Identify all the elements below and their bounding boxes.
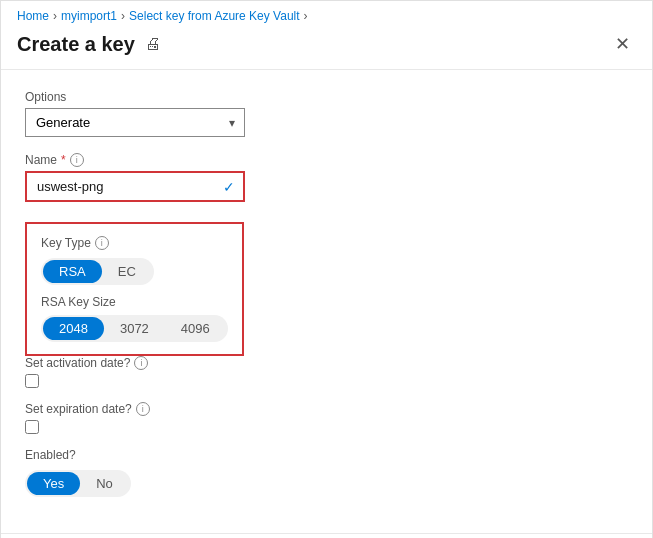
breadcrumb-select-key[interactable]: Select key from Azure Key Vault <box>129 9 300 23</box>
options-label: Options <box>25 90 628 104</box>
dialog-header: Create a key 🖨 ✕ <box>1 27 652 70</box>
enabled-no-button[interactable]: No <box>80 472 129 495</box>
breadcrumb-sep-2: › <box>121 9 125 23</box>
name-input-wrapper: ✓ <box>25 171 245 202</box>
key-type-ec-button[interactable]: EC <box>102 260 152 283</box>
key-type-toggle: RSA EC <box>41 258 154 285</box>
key-type-info-icon[interactable]: i <box>95 236 109 250</box>
header-left: Create a key 🖨 <box>17 33 161 56</box>
page-title: Create a key <box>17 33 135 56</box>
rsa-size-3072-button[interactable]: 3072 <box>104 317 165 340</box>
close-button[interactable]: ✕ <box>609 31 636 57</box>
rsa-size-group: RSA Key Size 2048 3072 4096 <box>41 295 228 342</box>
name-info-icon[interactable]: i <box>70 153 84 167</box>
dialog-footer: Create <box>1 533 652 538</box>
expiration-checkbox-row <box>25 420 628 434</box>
expiration-group: Set expiration date? i <box>25 402 628 434</box>
key-type-label: Key Type i <box>41 236 228 250</box>
breadcrumb-home[interactable]: Home <box>17 9 49 23</box>
options-group: Options Generate Import <box>25 90 628 137</box>
key-type-rsa-button[interactable]: RSA <box>43 260 102 283</box>
activation-checkbox[interactable] <box>25 374 39 388</box>
rsa-size-label: RSA Key Size <box>41 295 228 309</box>
breadcrumb: Home › myimport1 › Select key from Azure… <box>1 1 652 27</box>
name-check-icon: ✓ <box>223 179 235 195</box>
activation-checkbox-row <box>25 374 628 388</box>
options-select-wrapper: Generate Import <box>25 108 245 137</box>
activation-info-icon[interactable]: i <box>134 356 148 370</box>
key-type-section: Key Type i RSA EC RSA Key Size 2048 3072… <box>25 222 244 356</box>
enabled-toggle: Yes No <box>25 470 131 497</box>
rsa-size-4096-button[interactable]: 4096 <box>165 317 226 340</box>
expiration-label: Set expiration date? i <box>25 402 628 416</box>
enabled-group: Enabled? Yes No <box>25 448 628 497</box>
breadcrumb-myimport[interactable]: myimport1 <box>61 9 117 23</box>
enabled-yes-button[interactable]: Yes <box>27 472 80 495</box>
name-required: * <box>61 153 66 167</box>
print-icon[interactable]: 🖨 <box>145 35 161 53</box>
expiration-checkbox[interactable] <box>25 420 39 434</box>
expiration-info-icon[interactable]: i <box>136 402 150 416</box>
breadcrumb-sep-1: › <box>53 9 57 23</box>
activation-label: Set activation date? i <box>25 356 628 370</box>
name-input[interactable] <box>27 173 243 200</box>
name-label: Name * i <box>25 153 628 167</box>
activation-group: Set activation date? i <box>25 356 628 388</box>
dialog-content: Options Generate Import Name * i ✓ <box>1 70 652 533</box>
rsa-size-2048-button[interactable]: 2048 <box>43 317 104 340</box>
name-group: Name * i ✓ <box>25 153 628 202</box>
enabled-label: Enabled? <box>25 448 628 462</box>
create-key-dialog: Home › myimport1 › Select key from Azure… <box>0 0 653 538</box>
options-select[interactable]: Generate Import <box>25 108 245 137</box>
rsa-size-toggle: 2048 3072 4096 <box>41 315 228 342</box>
breadcrumb-sep-3: › <box>304 9 308 23</box>
